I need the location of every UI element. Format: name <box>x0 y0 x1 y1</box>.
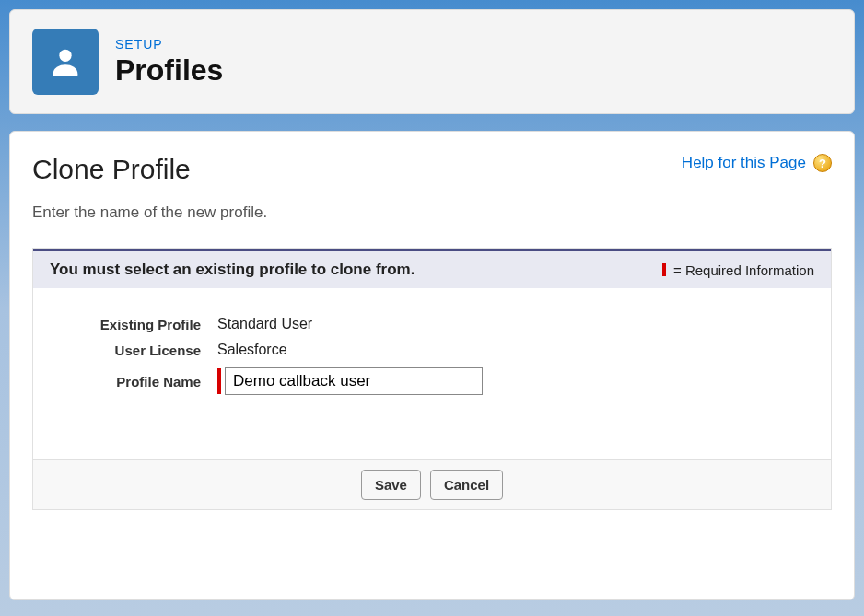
header-title: Profiles <box>115 53 223 87</box>
form-panel-header: You must select an existing profile to c… <box>33 249 831 288</box>
cancel-button[interactable]: Cancel <box>430 470 503 500</box>
header-text: SETUP Profiles <box>115 37 223 87</box>
required-information-legend: = Required Information <box>662 262 814 278</box>
save-button[interactable]: Save <box>361 470 421 500</box>
user-license-value: Salesforce <box>217 342 287 358</box>
user-license-row: User License Salesforce <box>52 342 812 358</box>
profile-name-label: Profile Name <box>52 374 217 389</box>
required-marker-icon <box>217 368 221 394</box>
user-license-label: User License <box>52 343 217 358</box>
page-title: Clone Profile <box>32 154 191 185</box>
clone-profile-form-panel: You must select an existing profile to c… <box>32 248 832 510</box>
profile-name-row: Profile Name <box>52 367 812 395</box>
page-head: Clone Profile Help for this Page ? <box>32 154 832 185</box>
help-link-label: Help for this Page <box>682 154 806 172</box>
required-legend-text: = Required Information <box>673 262 814 278</box>
setup-header-card: SETUP Profiles <box>9 9 855 114</box>
svg-point-0 <box>59 50 71 62</box>
form-panel-header-message: You must select an existing profile to c… <box>50 261 414 279</box>
existing-profile-label: Existing Profile <box>52 317 217 332</box>
existing-profile-row: Existing Profile Standard User <box>52 316 812 332</box>
form-body: Existing Profile Standard User User Lice… <box>33 288 831 459</box>
existing-profile-value: Standard User <box>217 316 312 332</box>
header-eyebrow: SETUP <box>115 37 223 52</box>
form-footer: Save Cancel <box>33 459 831 509</box>
help-for-this-page-link[interactable]: Help for this Page ? <box>682 154 832 172</box>
question-mark-icon: ? <box>813 154 832 172</box>
profile-name-input[interactable] <box>225 367 483 395</box>
instruction-text: Enter the name of the new profile. <box>32 203 832 222</box>
user-icon <box>47 43 84 80</box>
main-card: Clone Profile Help for this Page ? Enter… <box>9 131 855 600</box>
required-marker-icon <box>662 263 666 276</box>
profiles-icon <box>32 29 99 95</box>
profile-name-value-wrap <box>217 367 483 395</box>
